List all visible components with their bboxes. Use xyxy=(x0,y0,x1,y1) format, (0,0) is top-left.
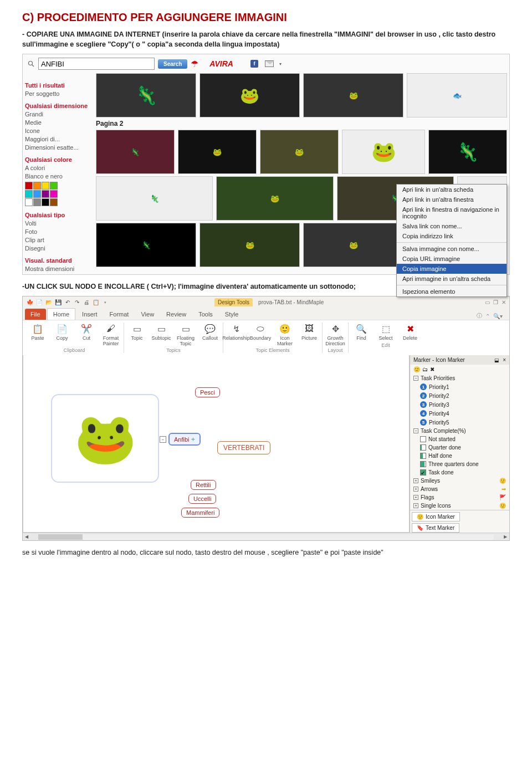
filter-size-item[interactable]: Icone xyxy=(25,127,91,134)
node-rettili[interactable]: Rettili xyxy=(191,480,216,490)
callout-button[interactable]: 💬Callout xyxy=(200,323,221,346)
node-root-vertebrati[interactable]: VERTEBRATI xyxy=(217,441,270,454)
minimize-icon[interactable]: ▭ xyxy=(485,299,490,305)
filter-size-head[interactable]: Qualsiasi dimensione xyxy=(25,103,91,109)
close-window-icon[interactable]: ✕ xyxy=(502,299,506,305)
delete-button[interactable]: ✖Delete xyxy=(400,323,421,341)
dropdown-caret-icon[interactable]: ▾ xyxy=(279,62,282,67)
help-icon[interactable]: ⓘ xyxy=(477,312,482,320)
tree-head-flags[interactable]: +Flags🚩 xyxy=(410,493,509,502)
color-swatch[interactable] xyxy=(25,190,33,198)
relationship-button[interactable]: ↯Relationship xyxy=(226,323,247,346)
scroll-left-icon[interactable]: ◀ xyxy=(23,533,30,541)
priority-item[interactable]: 1Priority1 xyxy=(410,382,509,391)
filter-size-item[interactable]: Maggiori di... xyxy=(25,136,91,142)
filter-color-mode[interactable]: Bianco e nero xyxy=(25,173,91,180)
complete-item[interactable]: ✔Task done xyxy=(410,468,509,477)
result-thumb[interactable]: 🦎 xyxy=(96,176,213,221)
mail-icon[interactable] xyxy=(265,60,274,67)
picture-button[interactable]: 🖼Picture xyxy=(299,323,320,346)
growth-direction-button[interactable]: ✥Growth Direction xyxy=(325,323,346,346)
find-button[interactable]: 🔍Find xyxy=(351,323,372,341)
ctx-open-image-new-tab[interactable]: Apri immagine in un'altra scheda xyxy=(397,274,507,284)
result-thumb[interactable]: 🐸 xyxy=(303,73,403,117)
complete-item[interactable]: Half done xyxy=(410,452,509,460)
copy-button[interactable]: 📄Copy xyxy=(52,323,73,346)
scrollbar-thumb[interactable] xyxy=(38,534,83,540)
ctx-save-link-as[interactable]: Salva link con nome... xyxy=(397,221,507,231)
ctx-open-new-window[interactable]: Apri link in un'altra finestra xyxy=(397,195,507,204)
tree-head-single-icons[interactable]: +Single Icons🙂 xyxy=(410,502,509,510)
result-thumb[interactable]: 🦎 xyxy=(428,130,507,174)
result-thumb[interactable]: 🐸 xyxy=(178,130,257,174)
result-thumb[interactable]: 🐸 xyxy=(200,73,300,117)
ctx-open-new-tab[interactable]: Apri link in un'altra scheda xyxy=(397,185,507,195)
marker-tool-icon[interactable]: 🙂 xyxy=(413,366,420,372)
filter-visual-head[interactable]: Visual. standard xyxy=(25,257,91,264)
tree-head-complete[interactable]: −Task Complete(%) xyxy=(410,427,509,435)
tab-home[interactable]: Home xyxy=(47,308,75,320)
tab-style[interactable]: Style xyxy=(219,309,244,320)
node-mammiferi[interactable]: Mammiferi xyxy=(181,508,219,518)
marker-tool-icon[interactable]: 🗂 xyxy=(422,366,428,372)
priority-item[interactable]: 5Priority5 xyxy=(410,418,509,427)
ctx-copy-image[interactable]: Copia immagine xyxy=(397,264,507,274)
select-button[interactable]: ⬚Select xyxy=(375,323,396,341)
complete-item[interactable]: Three quarters done xyxy=(410,460,509,468)
color-swatch[interactable] xyxy=(42,198,49,206)
print-icon[interactable]: 🖨 xyxy=(83,299,90,306)
ctx-save-image-as[interactable]: Salva immagine con nome... xyxy=(397,244,507,254)
qat-dropdown-icon[interactable]: ▾ xyxy=(101,299,109,306)
ctx-open-incognito[interactable]: Apri link in finestra di navigazione in … xyxy=(397,204,507,221)
boundary-button[interactable]: ⬭Boundary xyxy=(250,323,271,346)
color-swatch[interactable] xyxy=(33,182,41,190)
color-swatch[interactable] xyxy=(25,198,33,206)
result-thumb[interactable]: 🐸 xyxy=(200,223,300,267)
search-input[interactable] xyxy=(38,58,155,70)
open-icon[interactable]: 📂 xyxy=(45,299,53,306)
filter-type-item[interactable]: Foto xyxy=(25,228,91,235)
facebook-icon[interactable]: f xyxy=(250,60,258,68)
horizontal-scrollbar[interactable]: ◀ ▶ xyxy=(23,533,509,540)
result-thumb[interactable]: 🦎 xyxy=(96,73,196,117)
filter-show-dimensions[interactable]: Mostra dimensioni xyxy=(25,265,91,272)
search-button[interactable]: Search xyxy=(158,59,187,69)
color-swatch[interactable] xyxy=(50,198,58,206)
marker-tool-icon[interactable]: ✖ xyxy=(430,366,434,372)
result-thumb[interactable]: 🐸 xyxy=(303,223,403,267)
paste-button[interactable]: 📋Paste xyxy=(27,323,48,346)
collapse-ribbon-icon[interactable]: ⌃ xyxy=(485,313,490,319)
filter-by-subject[interactable]: Per soggetto xyxy=(25,90,91,97)
filter-color-head[interactable]: Qualsiasi colore xyxy=(25,156,91,163)
filter-size-item[interactable]: Dimensioni esatte... xyxy=(25,144,91,151)
tree-head-arrows[interactable]: +Arrows➡ xyxy=(410,485,509,493)
color-swatch[interactable] xyxy=(33,190,41,198)
tab-insert[interactable]: Insert xyxy=(76,309,103,320)
node-uccelli[interactable]: Uccelli xyxy=(188,494,216,504)
tree-head-smileys[interactable]: +Smileys🙂 xyxy=(410,477,509,485)
color-swatch[interactable] xyxy=(50,182,58,190)
filter-results-head[interactable]: Tutti i risultati xyxy=(25,82,91,89)
design-tools-context-tab[interactable]: Design Tools xyxy=(214,298,253,306)
filter-color-mode[interactable]: A colori xyxy=(25,165,91,171)
close-panel-icon[interactable]: × xyxy=(503,357,506,363)
priority-item[interactable]: 2Priority2 xyxy=(410,391,509,400)
result-thumb[interactable]: 🐟 xyxy=(407,73,507,117)
node-pesci[interactable]: Pesci xyxy=(195,387,220,397)
result-thumb[interactable]: 🐸 xyxy=(260,130,339,174)
undo-icon[interactable]: ↶ xyxy=(64,299,71,306)
priority-item[interactable]: 4Priority4 xyxy=(410,409,509,418)
filter-type-item[interactable]: Volti xyxy=(25,220,91,227)
result-thumb-with-context[interactable]: 🐸 xyxy=(342,130,425,174)
tab-format[interactable]: Format xyxy=(104,309,135,320)
tab-tools[interactable]: Tools xyxy=(193,309,218,320)
icon-marker-button[interactable]: 🙂Icon Marker xyxy=(274,323,295,346)
new-doc-icon[interactable]: 📄 xyxy=(35,299,43,306)
tab-icon-marker[interactable]: 🙂Icon Marker xyxy=(412,512,460,521)
color-swatch[interactable] xyxy=(42,190,49,198)
ctx-copy-link-address[interactable]: Copia indirizzo link xyxy=(397,231,507,241)
cut-button[interactable]: ✂️Cut xyxy=(76,323,97,346)
complete-item[interactable]: Quarter done xyxy=(410,443,509,452)
color-swatch[interactable] xyxy=(33,198,41,206)
subtopic-button[interactable]: ▭Subtopic xyxy=(151,323,172,346)
